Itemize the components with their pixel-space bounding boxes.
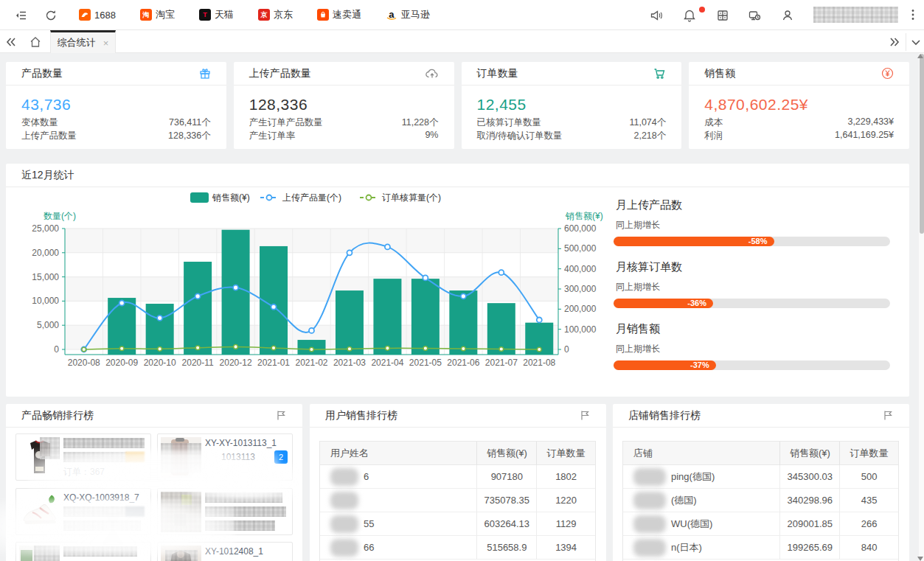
- tab-close-icon[interactable]: ×: [103, 38, 109, 49]
- growth-bar-fill: -36%: [614, 299, 713, 308]
- table-row[interactable]: (德国)340298.96435: [623, 489, 898, 512]
- orders-value: 266: [840, 512, 898, 536]
- scrollbar-up-arrow[interactable]: [917, 54, 923, 58]
- user-sales-table: 用户姓名销售额(¥)订单数量69071801802735078.35122055…: [319, 441, 596, 561]
- svg-text:2021-03: 2021-03: [333, 358, 366, 368]
- announcement-icon[interactable]: [650, 9, 663, 22]
- platform-aliexpress-tab[interactable]: 速卖通: [317, 8, 361, 21]
- chart-panel-title: 近12月统计: [21, 169, 74, 182]
- sales-value: 907180: [477, 465, 537, 489]
- product-card-3[interactable]: [157, 488, 293, 535]
- stat-row-label: 产生订单率: [249, 130, 296, 142]
- scrollbar-down-arrow[interactable]: [917, 557, 923, 561]
- stat-row-value: 1,641,169.25¥: [835, 130, 894, 142]
- more-menu-icon[interactable]: [907, 9, 920, 22]
- stat-card-value: 12,455: [477, 96, 527, 114]
- expand-tabs-icon[interactable]: [888, 35, 901, 49]
- table-row[interactable]: 735078.351220: [320, 489, 595, 512]
- table-row[interactable]: 55603264.131129: [320, 512, 595, 536]
- page-tabbar: 综合统计 ×: [0, 30, 924, 53]
- growth-title: 月上传产品数: [616, 198, 894, 212]
- platform-taobao-icon: 淘: [140, 9, 152, 21]
- stat-row-label: 已核算订单数量: [477, 116, 542, 128]
- product-card-5[interactable]: XY-1012408_1: [157, 542, 293, 561]
- username-redacted[interactable]: [813, 7, 898, 23]
- svg-text:300,000: 300,000: [564, 284, 597, 294]
- svg-text:2021-07: 2021-07: [485, 358, 518, 368]
- svg-text:2021-04: 2021-04: [371, 358, 403, 368]
- name-suffix: 66: [364, 542, 374, 553]
- stat-card-title: 产品数量: [21, 67, 63, 80]
- stat-card-0: 产品数量43,736变体数量736,411个上传产品数量128,336个: [6, 62, 226, 149]
- svg-text:0: 0: [564, 344, 569, 355]
- sales-value: 209001.85: [780, 512, 840, 536]
- platform-jd-icon: 京: [258, 9, 270, 21]
- notification-bell-icon[interactable]: [683, 9, 696, 22]
- table-row[interactable]: 66515658.91394: [320, 536, 595, 560]
- service-icon[interactable]: [748, 9, 761, 22]
- sales-value: 340298.96: [780, 489, 840, 512]
- tab-menu-dropdown-icon[interactable]: [909, 35, 923, 49]
- growth-bar-fill: -37%: [614, 360, 716, 370]
- flag-icon[interactable]: [883, 410, 894, 421]
- sales-value: 735078.35: [477, 489, 537, 512]
- product-card-0[interactable]: 订单：367: [15, 433, 151, 481]
- tab-statistics[interactable]: 综合统计 ×: [50, 30, 116, 53]
- product-card-2[interactable]: XQ-XQ-1003918_7: [15, 488, 151, 535]
- table-row[interactable]: 69071801802: [320, 465, 595, 489]
- platform-aliexpress-icon: [317, 9, 329, 21]
- stat-row-value: 736,411个: [169, 116, 211, 128]
- platform-1688-icon: [79, 9, 91, 21]
- platform-1688-tab[interactable]: 1688: [79, 9, 116, 21]
- platform-jd-tab[interactable]: 京京东: [258, 8, 293, 21]
- product-image: [19, 492, 60, 532]
- product-card-4[interactable]: [15, 542, 151, 561]
- sales-value: 603264.13: [477, 512, 537, 536]
- sales-value: 515658.9: [477, 536, 537, 560]
- growth-group-1: 月核算订单数同上期增长-36%: [614, 260, 894, 274]
- stat-card-value: 43,736: [21, 96, 71, 114]
- table-row[interactable]: n(日本)199265.69840: [623, 536, 898, 560]
- stat-card-title: 销售额: [704, 67, 735, 80]
- platform-taobao-tab[interactable]: 淘淘宝: [140, 8, 175, 21]
- platform-label: 速卖通: [333, 8, 361, 21]
- name-suffix: (德国): [671, 494, 697, 507]
- refresh-icon[interactable]: [44, 9, 58, 22]
- svg-text:2021-05: 2021-05: [409, 358, 442, 368]
- cloud-upload-icon: [425, 68, 439, 80]
- apps-grid-icon[interactable]: [716, 9, 729, 22]
- flag-icon[interactable]: [276, 410, 287, 421]
- platform-label: 1688: [94, 10, 116, 21]
- svg-text:20,000: 20,000: [32, 248, 59, 258]
- scrollbar-thumb[interactable]: [920, 54, 924, 234]
- svg-text:0: 0: [54, 344, 59, 355]
- collapse-tabs-icon[interactable]: [4, 35, 18, 49]
- platform-amazon-tab[interactable]: a亚马逊: [386, 8, 430, 21]
- svg-text:500,000: 500,000: [564, 243, 597, 254]
- user-icon[interactable]: [781, 9, 794, 22]
- collapse-menu-icon[interactable]: [15, 9, 28, 22]
- platform-tmall-tab[interactable]: T天猫: [199, 8, 234, 21]
- svg-text:订单核算量(个): 订单核算量(个): [382, 192, 441, 203]
- svg-text:2021-02: 2021-02: [295, 358, 327, 368]
- platform-tmall-icon: T: [199, 9, 211, 21]
- page-scrollbar[interactable]: [919, 53, 924, 561]
- flag-icon[interactable]: [580, 410, 591, 421]
- stat-row-value: 2,218个: [633, 130, 666, 142]
- svg-text:600,000: 600,000: [564, 223, 597, 234]
- orders-value: 1802: [537, 465, 595, 489]
- orders-value: 840: [840, 536, 898, 560]
- table-row[interactable]: ping(德国)345300.03500: [623, 465, 898, 489]
- growth-bar-fill: -58%: [614, 237, 774, 246]
- product-card-1[interactable]: XY-XY-1013113_110131132: [157, 433, 293, 481]
- product-code: XQ-XQ-1003918_7: [63, 492, 139, 503]
- product-badge: 2: [274, 450, 288, 464]
- stat-row-label: 变体数量: [21, 116, 58, 128]
- stat-row-value: 3,229,433¥: [847, 116, 894, 128]
- sales-value: 199265.69: [780, 536, 840, 560]
- stat-row-label: 利润: [704, 130, 723, 142]
- table-row[interactable]: WU(德国)209001.85266: [623, 512, 898, 536]
- svg-text:上传产品量(个): 上传产品量(个): [282, 192, 341, 203]
- home-tab-icon[interactable]: [29, 35, 42, 49]
- growth-group-0: 月上传产品数同上期增长-58%: [614, 198, 894, 212]
